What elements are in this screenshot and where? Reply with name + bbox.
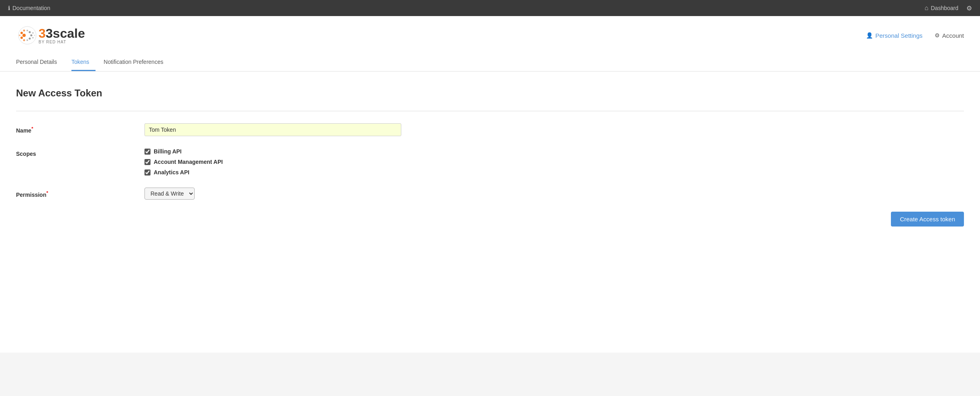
- svg-point-8: [30, 35, 33, 37]
- name-form-group: Name*: [16, 123, 964, 136]
- documentation-label: Documentation: [12, 5, 50, 11]
- svg-point-7: [29, 31, 31, 33]
- page-header: 33scale BY RED HAT 👤 Personal Settings ⚙…: [0, 16, 980, 71]
- dashboard-link[interactable]: Dashboard: [925, 4, 958, 12]
- svg-point-2: [20, 32, 23, 34]
- name-input[interactable]: [144, 123, 401, 136]
- scopes-label: Scopes: [16, 148, 144, 157]
- permission-select[interactable]: Read & Write Read Only: [144, 188, 195, 200]
- header-nav-right: 👤 Personal Settings ⚙ Account: [866, 32, 964, 39]
- button-area: Create Access token: [16, 212, 964, 227]
- scope-account-management-api-checkbox[interactable]: [144, 159, 150, 165]
- tab-personal-details[interactable]: Personal Details: [16, 55, 63, 71]
- person-icon: 👤: [866, 32, 873, 39]
- personal-settings-label: Personal Settings: [875, 32, 923, 39]
- svg-point-0: [18, 27, 36, 44]
- permission-label: Permission*: [16, 188, 144, 198]
- scopes-form-group: Scopes Billing API Account Management AP…: [16, 148, 964, 176]
- scope-billing-api[interactable]: Billing API: [144, 148, 401, 155]
- main-content: New Access Token Name* Scopes Billing AP…: [0, 71, 980, 353]
- divider: [16, 111, 964, 111]
- svg-point-9: [29, 38, 31, 40]
- svg-point-5: [23, 39, 25, 41]
- name-field-container: [144, 123, 401, 136]
- home-icon: [925, 4, 929, 12]
- page-title: New Access Token: [16, 88, 964, 99]
- create-access-token-button[interactable]: Create Access token: [891, 212, 964, 227]
- svg-point-11: [26, 39, 28, 41]
- gear-icon: [966, 4, 972, 12]
- svg-point-4: [23, 30, 25, 32]
- documentation-link[interactable]: Documentation: [8, 5, 50, 11]
- svg-point-13: [32, 37, 34, 39]
- logo[interactable]: 33scale BY RED HAT: [16, 24, 85, 47]
- svg-point-3: [20, 37, 23, 39]
- scope-analytics-api-checkbox[interactable]: [144, 169, 150, 176]
- svg-point-6: [19, 35, 20, 36]
- svg-point-1: [22, 34, 26, 37]
- dashboard-label: Dashboard: [931, 5, 959, 11]
- scope-billing-api-checkbox[interactable]: [144, 149, 150, 155]
- svg-point-12: [32, 32, 34, 34]
- logo-sub: BY RED HAT: [39, 40, 85, 44]
- permission-field-container: Read & Write Read Only: [144, 188, 401, 200]
- logo-icon: [16, 24, 39, 47]
- scopes-checkboxes: Billing API Account Management API Analy…: [144, 148, 401, 176]
- header-top: 33scale BY RED HAT 👤 Personal Settings ⚙…: [16, 24, 964, 55]
- scope-account-management-api[interactable]: Account Management API: [144, 159, 401, 165]
- permission-form-group: Permission* Read & Write Read Only: [16, 188, 964, 200]
- info-icon: [8, 5, 10, 11]
- logo-text: 33scale BY RED HAT: [39, 27, 85, 44]
- top-nav-right: Dashboard: [925, 4, 972, 12]
- settings-link[interactable]: [966, 4, 972, 12]
- logo-name: 33scale: [39, 27, 85, 40]
- scope-analytics-api[interactable]: Analytics API: [144, 169, 401, 176]
- account-link[interactable]: ⚙ Account: [935, 32, 964, 39]
- account-gear-icon: ⚙: [935, 32, 940, 39]
- top-navigation: Documentation Dashboard: [0, 0, 980, 16]
- name-label: Name*: [16, 123, 144, 134]
- svg-point-10: [26, 30, 28, 31]
- personal-settings-link[interactable]: 👤 Personal Settings: [866, 32, 923, 39]
- tab-tokens[interactable]: Tokens: [71, 55, 96, 71]
- svg-point-14: [34, 35, 35, 36]
- tab-navigation: Personal Details Tokens Notification Pre…: [16, 55, 964, 71]
- account-label: Account: [942, 32, 964, 39]
- tab-notification-preferences[interactable]: Notification Preferences: [104, 55, 170, 71]
